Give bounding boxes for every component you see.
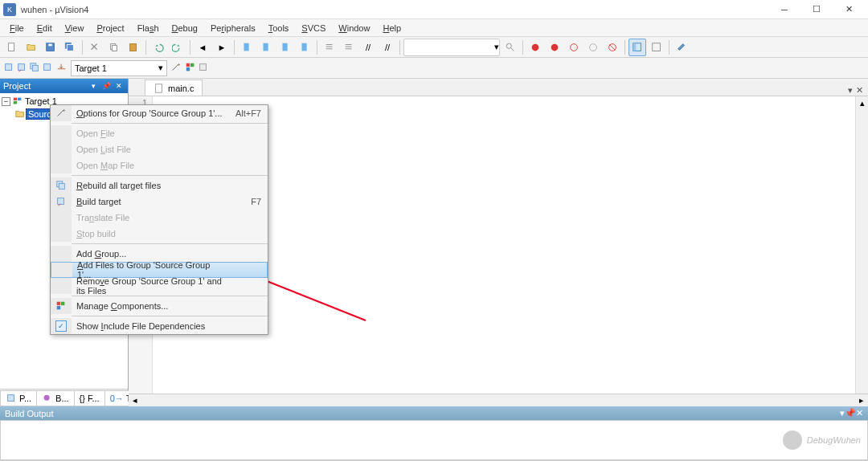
editor-horizontal-scrollbar[interactable]: ◂ ▸ bbox=[129, 394, 868, 406]
context-menu-item[interactable]: Rebuild all target files bbox=[51, 177, 268, 194]
bookmark-button[interactable] bbox=[238, 39, 256, 56]
svg-rect-38 bbox=[58, 198, 64, 205]
svg-point-12 bbox=[506, 43, 511, 48]
svg-rect-2 bbox=[48, 43, 51, 46]
svg-rect-39 bbox=[57, 302, 60, 305]
context-menu-item[interactable]: Add Files to Group 'Source Group 1'... bbox=[51, 262, 268, 278]
download-button[interactable] bbox=[56, 62, 68, 75]
project-tab-books[interactable]: B... bbox=[36, 390, 75, 406]
breakpoint-kill-button[interactable] bbox=[604, 39, 621, 56]
save-button[interactable] bbox=[42, 39, 59, 56]
paste-button[interactable] bbox=[125, 39, 142, 56]
editor-vertical-scrollbar[interactable]: ▴ bbox=[855, 96, 868, 394]
menu-svcs[interactable]: SVCS bbox=[295, 22, 332, 35]
svg-rect-11 bbox=[302, 43, 307, 51]
menu-edit[interactable]: Edit bbox=[31, 22, 59, 35]
save-all-button[interactable] bbox=[61, 39, 79, 56]
close-button[interactable]: ✕ bbox=[833, 0, 865, 19]
svg-rect-35 bbox=[156, 84, 162, 92]
context-menu: Options for Group 'Source Group 1'...Alt… bbox=[50, 104, 268, 335]
context-menu-label: Add Group... bbox=[72, 249, 227, 259]
comment-button[interactable]: // bbox=[359, 39, 377, 56]
panel-close-button[interactable]: ✕ bbox=[113, 80, 125, 92]
options-button[interactable] bbox=[170, 62, 182, 75]
nav-fwd-button[interactable]: ► bbox=[213, 39, 231, 56]
maximize-button[interactable]: ☐ bbox=[800, 0, 833, 19]
cut-button[interactable] bbox=[86, 39, 104, 56]
debug-start-button[interactable] bbox=[526, 39, 544, 56]
context-menu-item[interactable]: Remove Group 'Source Group 1' and its Fi… bbox=[51, 278, 268, 294]
nav-back-button[interactable]: ◄ bbox=[194, 39, 211, 56]
menu-flash[interactable]: Flash bbox=[131, 22, 166, 35]
svg-point-14 bbox=[551, 43, 559, 51]
svg-point-34 bbox=[44, 395, 50, 401]
project-tab-icon bbox=[6, 393, 17, 404]
uncomment-button[interactable]: // bbox=[379, 39, 396, 56]
build-button[interactable] bbox=[16, 62, 27, 75]
context-menu-item[interactable]: Add Group... bbox=[51, 246, 268, 262]
project-tab-strip: P... B... {}F... 0→T... bbox=[0, 389, 128, 406]
context-menu-item: Open Map File bbox=[51, 157, 268, 173]
bookmark-clear-button[interactable] bbox=[296, 39, 313, 56]
bookmark-prev-button[interactable] bbox=[257, 39, 275, 56]
editor-tab-dropdown[interactable]: ▾ bbox=[848, 85, 853, 96]
svg-rect-33 bbox=[8, 395, 14, 402]
editor-tab-close[interactable]: ✕ bbox=[856, 85, 863, 96]
menu-view[interactable]: View bbox=[59, 22, 91, 35]
build-toolbar: Target 1 ▾ bbox=[0, 58, 868, 79]
menu-project[interactable]: Project bbox=[90, 22, 130, 35]
context-menu-item[interactable]: Build targetF7 bbox=[51, 194, 268, 210]
new-file-button[interactable] bbox=[3, 39, 21, 56]
breakpoint-enable-button[interactable] bbox=[565, 39, 583, 56]
panel-dropdown-button[interactable]: ▾ bbox=[88, 80, 99, 92]
build-output-pin[interactable]: 📌 bbox=[845, 408, 856, 418]
batch-build-button[interactable] bbox=[42, 62, 53, 75]
find-button[interactable] bbox=[502, 39, 519, 56]
menu-peripherals[interactable]: Peripherals bbox=[204, 22, 262, 35]
redo-button[interactable] bbox=[169, 39, 186, 56]
menu-debug[interactable]: Debug bbox=[166, 22, 204, 35]
collapse-icon[interactable]: − bbox=[2, 97, 10, 106]
menu-tools[interactable]: Tools bbox=[262, 22, 296, 35]
breakpoint-disable-button[interactable] bbox=[584, 39, 602, 56]
find-combo[interactable]: ▾ bbox=[403, 39, 500, 56]
scroll-left-icon[interactable]: ◂ bbox=[129, 394, 141, 406]
file-extensions-button[interactable] bbox=[198, 62, 209, 75]
breakpoint-button[interactable] bbox=[546, 39, 563, 56]
context-menu-item[interactable]: ✓Show Include File Dependencies bbox=[51, 318, 268, 334]
menu-window[interactable]: Window bbox=[332, 22, 376, 35]
bookmark-next-button[interactable] bbox=[276, 39, 294, 56]
svg-rect-37 bbox=[59, 183, 64, 189]
menu-file[interactable]: File bbox=[3, 22, 31, 35]
window-layout2-button[interactable] bbox=[648, 39, 665, 56]
configure-button[interactable] bbox=[673, 39, 690, 56]
open-button[interactable] bbox=[23, 39, 40, 56]
build-output-close[interactable]: ✕ bbox=[856, 408, 863, 418]
undo-button[interactable] bbox=[149, 39, 167, 56]
watermark: DebugWuhen bbox=[783, 430, 861, 450]
rebuild-button[interactable] bbox=[29, 62, 40, 75]
translate-button[interactable] bbox=[3, 62, 14, 75]
context-menu-item[interactable]: Manage Components... bbox=[51, 298, 268, 314]
window-layout1-button[interactable] bbox=[628, 39, 646, 56]
project-tab-project[interactable]: P... bbox=[0, 390, 37, 406]
project-tab-functions[interactable]: {}F... bbox=[74, 390, 105, 406]
target-select[interactable]: Target 1 ▾ bbox=[71, 60, 167, 76]
build-output[interactable]: DebugWuhen bbox=[0, 420, 868, 460]
menu-help[interactable]: Help bbox=[376, 22, 407, 35]
copy-button[interactable] bbox=[105, 39, 123, 56]
manage-components-button[interactable] bbox=[185, 62, 196, 75]
c-file-icon bbox=[154, 83, 165, 94]
context-menu-item[interactable]: Options for Group 'Source Group 1'...Alt… bbox=[51, 105, 268, 121]
scroll-right-icon[interactable]: ▸ bbox=[855, 394, 868, 406]
context-menu-item: Stop build bbox=[51, 226, 268, 242]
editor-tab-main-c[interactable]: main.c bbox=[145, 80, 203, 96]
context-menu-label: Options for Group 'Source Group 1'... bbox=[72, 108, 227, 118]
minimize-button[interactable]: ─ bbox=[768, 0, 800, 19]
indent-button[interactable] bbox=[321, 39, 338, 56]
main-toolbar: ◄ ► // // ▾ bbox=[0, 37, 868, 58]
svg-rect-30 bbox=[14, 98, 17, 101]
outdent-button[interactable] bbox=[340, 39, 358, 56]
target-icon bbox=[12, 96, 23, 107]
panel-pin-button[interactable]: 📌 bbox=[100, 80, 112, 92]
